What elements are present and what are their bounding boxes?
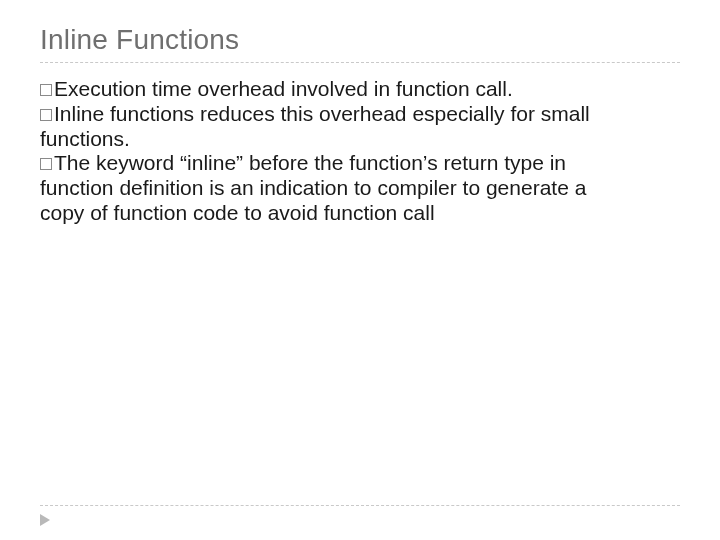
bullet-item: Execution time overhead involved in func… (40, 77, 600, 102)
footer-divider (40, 505, 680, 506)
square-bullet-icon (40, 158, 52, 170)
bullet-item: Inline functions reduces this overhead e… (40, 102, 600, 152)
bullet-rest: keyword “inline” before the function’s r… (40, 151, 586, 224)
footer (40, 505, 680, 506)
bullet-lead: Inline (54, 102, 104, 125)
bullet-lead: The (54, 151, 90, 174)
play-triangle-icon (40, 514, 50, 526)
body-text: Execution time overhead involved in func… (40, 77, 600, 226)
square-bullet-icon (40, 109, 52, 121)
bullet-rest: time overhead involved in function call. (146, 77, 513, 100)
slide-title: Inline Functions (40, 24, 680, 56)
bullet-lead: Execution (54, 77, 146, 100)
slide: Inline Functions Execution time overhead… (0, 0, 720, 540)
square-bullet-icon (40, 84, 52, 96)
title-divider (40, 62, 680, 63)
bullet-rest: functions reduces this overhead especial… (40, 102, 590, 150)
bullet-item: The keyword “inline” before the function… (40, 151, 600, 225)
